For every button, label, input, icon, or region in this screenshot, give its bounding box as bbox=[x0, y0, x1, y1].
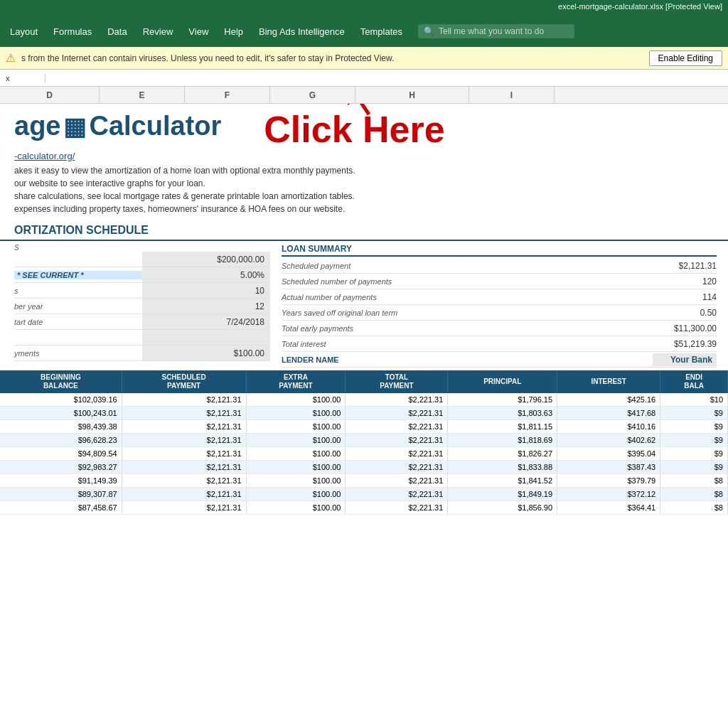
see-current-label[interactable]: * SEE CURRENT * bbox=[14, 271, 142, 279]
protected-view-message: s from the Internet can contain viruses.… bbox=[21, 53, 394, 63]
info-line-3: share calculations, see local mortgage r… bbox=[14, 190, 714, 203]
table-cell-2-6: $9 bbox=[660, 420, 728, 434]
input-row-6: yments $100.00 bbox=[14, 346, 270, 361]
table-cell-8-6: $8 bbox=[660, 501, 728, 515]
info-line-4: expenses including property taxes, homeo… bbox=[14, 203, 714, 215]
table-row: $102,039.16$2,121.31$100.00$2,221.31$1,7… bbox=[0, 393, 728, 407]
menu-bing-ads[interactable]: Bing Ads Intelligence bbox=[252, 22, 352, 41]
th-interest: INTEREST bbox=[557, 370, 660, 393]
input-value-3: 12 bbox=[142, 299, 270, 314]
title-suffix: Calculator bbox=[89, 111, 221, 141]
table-row: $91,149.39$2,121.31$100.00$2,221.31$1,84… bbox=[0, 474, 728, 488]
info-section: -calculator.org/ akes it easy to view th… bbox=[0, 148, 728, 218]
table-cell-7-5: $372.12 bbox=[557, 488, 660, 501]
col-I: I bbox=[469, 87, 555, 103]
col-E: E bbox=[100, 87, 185, 103]
website-link[interactable]: -calculator.org/ bbox=[14, 151, 714, 161]
table-row: $92,983.27$2,121.31$100.00$2,221.31$1,83… bbox=[0, 461, 728, 474]
table-cell-1-0: $100,243.01 bbox=[0, 407, 122, 420]
sheet-content: age ▦ Calculator Click Here -calculator. bbox=[0, 104, 728, 728]
menu-templates[interactable]: Templates bbox=[353, 22, 410, 41]
table-cell-6-6: $8 bbox=[660, 474, 728, 488]
input-label-3: ber year bbox=[14, 302, 142, 311]
click-here-container: Click Here bbox=[264, 111, 444, 148]
table-cell-3-4: $1,818.69 bbox=[448, 434, 557, 447]
search-box[interactable]: 🔍 bbox=[418, 24, 574, 38]
table-cell-8-1: $2,121.31 bbox=[122, 501, 246, 515]
table-cell-7-1: $2,121.31 bbox=[122, 488, 246, 501]
search-input[interactable] bbox=[439, 26, 567, 36]
table-cell-0-5: $425.16 bbox=[557, 393, 660, 407]
table-cell-7-2: $100.00 bbox=[246, 488, 346, 501]
input-label-6: yments bbox=[14, 349, 142, 358]
info-line-1: akes it easy to view the amortization of… bbox=[14, 164, 714, 177]
menu-help[interactable]: Help bbox=[217, 22, 250, 41]
table-cell-8-0: $87,458.67 bbox=[0, 501, 122, 515]
table-cell-6-2: $100.00 bbox=[246, 474, 346, 488]
table-cell-8-4: $1,856.90 bbox=[448, 501, 557, 515]
summary-row-3: Years saved off original loan term 0.50 bbox=[282, 305, 717, 321]
menu-review[interactable]: Review bbox=[136, 22, 181, 41]
table-cell-0-2: $100.00 bbox=[246, 393, 346, 407]
table-cell-4-5: $395.04 bbox=[557, 447, 660, 461]
table-cell-3-3: $2,221.31 bbox=[346, 434, 448, 447]
th-scheduled-payment: SCHEDULEDPAYMENT bbox=[122, 370, 246, 393]
table-cell-3-0: $96,628.23 bbox=[0, 434, 122, 447]
enable-editing-button[interactable]: Enable Editing bbox=[649, 50, 722, 66]
table-cell-5-2: $100.00 bbox=[246, 461, 346, 474]
menu-bar: Layout Formulas Data Review View Help Bi… bbox=[0, 16, 728, 47]
table-cell-7-6: $8 bbox=[660, 488, 728, 501]
title-section: age ▦ Calculator Click Here bbox=[0, 104, 728, 148]
table-cell-3-1: $2,121.31 bbox=[122, 434, 246, 447]
table-cell-2-4: $1,811.15 bbox=[448, 420, 557, 434]
table-row: $87,458.67$2,121.31$100.00$2,221.31$1,85… bbox=[0, 501, 728, 515]
table-cell-4-3: $2,221.31 bbox=[346, 447, 448, 461]
col-D: D bbox=[0, 87, 100, 103]
table-cell-6-1: $2,121.31 bbox=[122, 474, 246, 488]
table-cell-6-3: $2,221.31 bbox=[346, 474, 448, 488]
th-extra-payment: EXTRAPAYMENT bbox=[246, 370, 346, 393]
table-cell-5-4: $1,833.88 bbox=[448, 461, 557, 474]
menu-data[interactable]: Data bbox=[100, 22, 134, 41]
loan-summary-title: LOAN SUMMARY bbox=[282, 244, 717, 257]
table-row: $94,809.54$2,121.31$100.00$2,221.31$1,82… bbox=[0, 447, 728, 461]
table-cell-4-6: $9 bbox=[660, 447, 728, 461]
table-cell-0-1: $2,121.31 bbox=[122, 393, 246, 407]
input-row-3: ber year 12 bbox=[14, 299, 270, 314]
table-cell-4-4: $1,826.27 bbox=[448, 447, 557, 461]
app-title: age ▦ Calculator bbox=[14, 111, 221, 141]
table-cell-6-5: $379.79 bbox=[557, 474, 660, 488]
table-cell-6-0: $91,149.39 bbox=[0, 474, 122, 488]
table-cell-2-2: $100.00 bbox=[246, 420, 346, 434]
th-beginning-balance: BEGINNINGBALANCE bbox=[0, 370, 122, 393]
th-total-payment: TOTALPAYMENT bbox=[346, 370, 448, 393]
table-cell-6-4: $1,841.52 bbox=[448, 474, 557, 488]
table-row: $100,243.01$2,121.31$100.00$2,221.31$1,8… bbox=[0, 407, 728, 420]
table-cell-8-3: $2,221.31 bbox=[346, 501, 448, 515]
table-cell-0-6: $10 bbox=[660, 393, 728, 407]
col-G: G bbox=[270, 87, 355, 103]
menu-view[interactable]: View bbox=[181, 22, 215, 41]
table-row: $98,439.38$2,121.31$100.00$2,221.31$1,81… bbox=[0, 420, 728, 434]
warning-icon: ⚠ bbox=[6, 51, 16, 65]
summary-row-4: Total early payments $11,300.00 bbox=[282, 321, 717, 336]
menu-formulas[interactable]: Formulas bbox=[46, 22, 99, 41]
title-prefix: age bbox=[14, 111, 60, 141]
table-cell-1-4: $1,803.63 bbox=[448, 407, 557, 420]
table-cell-3-5: $402.62 bbox=[557, 434, 660, 447]
col-H: H bbox=[355, 87, 469, 103]
title-bar: excel-mortgage-calculator.xlsx [Protecte… bbox=[0, 0, 728, 16]
input-row-1: * SEE CURRENT * 5.00% bbox=[14, 267, 270, 283]
table-cell-2-1: $2,121.31 bbox=[122, 420, 246, 434]
amortization-table: BEGINNINGBALANCE SCHEDULEDPAYMENT EXTRAP… bbox=[0, 370, 728, 515]
input-row-4: tart date 7/24/2018 bbox=[14, 314, 270, 330]
loan-summary-section: LOAN SUMMARY Scheduled payment $2,121.31… bbox=[270, 241, 728, 370]
col-F: F bbox=[185, 87, 270, 103]
menu-layout[interactable]: Layout bbox=[3, 22, 45, 41]
table-cell-5-3: $2,221.31 bbox=[346, 461, 448, 474]
table-cell-4-2: $100.00 bbox=[246, 447, 346, 461]
input-label-2: s bbox=[14, 287, 142, 295]
calculator-icon: ▦ bbox=[63, 112, 86, 141]
svg-line-1 bbox=[341, 104, 369, 114]
table-cell-1-2: $100.00 bbox=[246, 407, 346, 420]
